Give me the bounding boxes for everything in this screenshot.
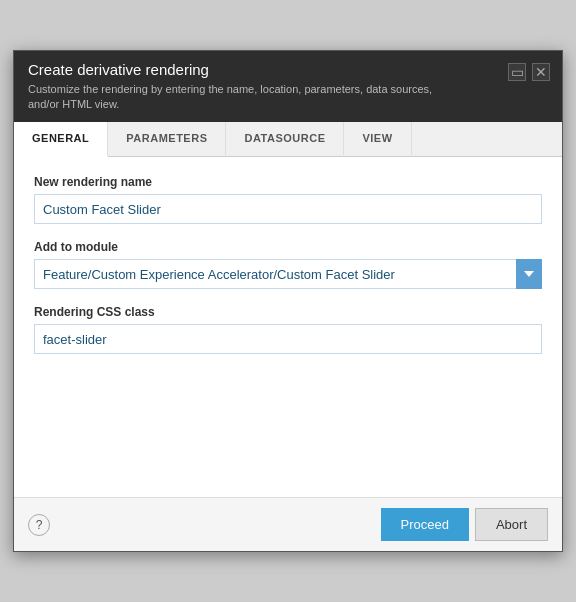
create-derivative-dialog: Create derivative rendering Customize th… xyxy=(13,50,563,553)
dialog-header-icons: ▭ ✕ xyxy=(508,63,550,81)
tab-parameters[interactable]: PARAMETERS xyxy=(108,122,226,156)
add-to-module-select[interactable]: Feature/Custom Experience Accelerator/Cu… xyxy=(34,259,542,289)
close-button[interactable]: ✕ xyxy=(532,63,550,81)
dialog-header-left: Create derivative rendering Customize th… xyxy=(28,61,458,113)
rendering-css-group: Rendering CSS class xyxy=(34,305,542,354)
tab-bar: GENERAL PARAMETERS DATASOURCE VIEW xyxy=(14,122,562,157)
dialog-title: Create derivative rendering xyxy=(28,61,458,78)
rendering-name-label: New rendering name xyxy=(34,175,542,189)
restore-button[interactable]: ▭ xyxy=(508,63,526,81)
tab-view[interactable]: VIEW xyxy=(344,122,411,156)
dialog-subtitle: Customize the rendering by entering the … xyxy=(28,82,458,113)
add-to-module-select-wrapper: Feature/Custom Experience Accelerator/Cu… xyxy=(34,259,542,289)
dialog-header: Create derivative rendering Customize th… xyxy=(14,51,562,123)
abort-button[interactable]: Abort xyxy=(475,508,548,541)
rendering-css-input[interactable] xyxy=(34,324,542,354)
dialog-footer: ? Proceed Abort xyxy=(14,497,562,551)
dialog-body: New rendering name Add to module Feature… xyxy=(14,157,562,497)
rendering-css-label: Rendering CSS class xyxy=(34,305,542,319)
rendering-name-input[interactable] xyxy=(34,194,542,224)
proceed-button[interactable]: Proceed xyxy=(381,508,469,541)
footer-buttons: Proceed Abort xyxy=(381,508,549,541)
help-button[interactable]: ? xyxy=(28,514,50,536)
tab-datasource[interactable]: DATASOURCE xyxy=(226,122,344,156)
tab-general[interactable]: GENERAL xyxy=(14,122,108,157)
add-to-module-label: Add to module xyxy=(34,240,542,254)
rendering-name-group: New rendering name xyxy=(34,175,542,224)
add-to-module-group: Add to module Feature/Custom Experience … xyxy=(34,240,542,289)
